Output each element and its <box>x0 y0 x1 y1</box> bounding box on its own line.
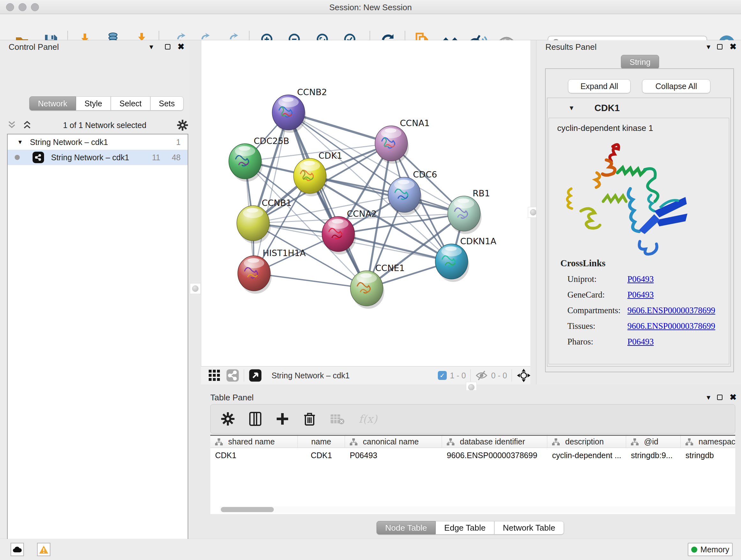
column-header-database-identifier[interactable]: database identifier <box>442 436 547 448</box>
horizontal-splitter[interactable] <box>201 384 741 390</box>
table-panel-float-icon[interactable] <box>717 395 723 400</box>
network-row[interactable]: String Network – cdk1 11 48 <box>8 150 188 165</box>
control-panel-close-icon[interactable]: ✖ <box>178 44 185 50</box>
network-selection-status: 1 of 1 Network selected <box>32 121 177 130</box>
column-header-canonical-name[interactable]: canonical name <box>345 436 442 448</box>
tab-select[interactable]: Select <box>111 97 150 111</box>
crosslinks-block: CrossLinks Uniprot:P06493GeneCard:P06493… <box>560 258 715 347</box>
show-columns-icon[interactable] <box>249 412 262 426</box>
hidden-count: 0 - 0 <box>491 371 507 380</box>
column-type-icon <box>447 438 455 446</box>
network-collection-row[interactable]: ▼ String Network – cdk1 1 <box>8 134 188 150</box>
results-panel-title: Results Panel <box>545 42 596 52</box>
node-CDKN1A[interactable] <box>435 244 469 282</box>
cloud-status-button[interactable] <box>10 543 24 556</box>
network-collection-count: 1 <box>176 138 181 147</box>
table-toolbar: f(x) <box>210 404 735 434</box>
main-toolbar: ? <box>0 14 741 40</box>
node-label-CCNE1: CCNE1 <box>375 263 405 273</box>
tab-edge-table[interactable]: Edge Table <box>435 521 494 535</box>
column-header-@id[interactable]: @id <box>626 436 681 448</box>
control-panel-menu-icon[interactable]: ▼ <box>148 44 154 51</box>
network-list: ▼ String Network – cdk1 1 String Network… <box>7 134 188 560</box>
warnings-button[interactable] <box>37 543 51 556</box>
column-header-description[interactable]: description <box>547 436 626 448</box>
tab-node-table[interactable]: Node Table <box>377 521 435 535</box>
crosslink-link[interactable]: P06493 <box>627 290 654 300</box>
left-splitter[interactable] <box>190 40 201 388</box>
cell-description[interactable]: cyclin-dependent ... <box>547 451 626 460</box>
tab-network-table[interactable]: Network Table <box>494 521 564 535</box>
add-column-icon[interactable] <box>276 412 289 426</box>
grid-view-icon[interactable] <box>208 369 221 382</box>
collapse-all-button[interactable]: Collapse All <box>642 79 711 93</box>
expand-all-icon[interactable] <box>22 120 32 130</box>
crosslink-label: Uniprot: <box>567 274 627 284</box>
tree-expand-icon[interactable]: ▼ <box>17 139 23 145</box>
section-collapse-icon[interactable]: ▼ <box>568 105 575 112</box>
table-hscrollbar[interactable] <box>219 506 735 513</box>
protein-structure-image <box>558 134 692 265</box>
table-hscrollbar-thumb[interactable] <box>221 507 274 512</box>
table-panel-menu-icon[interactable]: ▼ <box>705 394 712 401</box>
tab-style[interactable]: Style <box>76 97 111 111</box>
table-header-row: shared namenamecanonical namedatabase id… <box>210 436 735 448</box>
delete-column-icon[interactable] <box>303 412 316 426</box>
results-panel-close-icon[interactable]: ✖ <box>730 44 737 50</box>
crosslink-link[interactable]: 9606.ENSP00000378699 <box>627 306 715 315</box>
table-panel-close-icon[interactable]: ✖ <box>730 394 737 400</box>
cell-name[interactable]: CDK1 <box>298 451 345 460</box>
function-builder-icon: f(x) <box>359 413 377 425</box>
node-CCNA2[interactable] <box>322 216 356 254</box>
table-options-gear-icon[interactable] <box>221 412 235 426</box>
control-panel: Control Panel ▼ ✖ NetworkStyleSelectSets… <box>0 40 190 539</box>
network-share-icon[interactable] <box>226 369 239 382</box>
table-panel: Table Panel ▼ ✖ <box>201 390 741 539</box>
selected-nodes-checkbox[interactable]: ✓ <box>438 371 447 380</box>
cell-@id[interactable]: stringdb:9... <box>626 451 681 460</box>
node-HIST1H1A[interactable] <box>238 256 272 294</box>
crosslink-row: Uniprot:P06493 <box>560 274 715 284</box>
crosslink-link[interactable]: 9606.ENSP00000378699 <box>627 321 715 331</box>
string-results-container: Expand All Collapse All ▼ CDK1 cyclin-de… <box>545 68 734 372</box>
fit-content-crosshair-icon[interactable] <box>516 368 531 383</box>
right-splitter[interactable] <box>530 40 536 388</box>
results-panel-float-icon[interactable] <box>717 44 723 50</box>
cell-namespace[interactable]: stringdb <box>681 451 735 460</box>
crosslink-link[interactable]: P06493 <box>627 337 654 347</box>
window-title: Session: New Session <box>0 3 741 12</box>
crosslink-row: Pharos:P06493 <box>560 337 715 347</box>
expand-all-button[interactable]: Expand All <box>568 79 630 93</box>
node-CDC6[interactable] <box>388 177 422 215</box>
crosslink-link[interactable]: P06493 <box>627 274 654 284</box>
memory-button[interactable]: Memory <box>688 543 733 556</box>
column-header-shared-name[interactable]: shared name <box>210 436 298 448</box>
results-panel-menu-icon[interactable]: ▼ <box>705 44 712 51</box>
birds-eye-view-icon[interactable] <box>249 369 262 382</box>
tab-network[interactable]: Network <box>29 97 76 111</box>
control-panel-float-icon[interactable] <box>165 44 171 50</box>
cell-canonical-name[interactable]: P06493 <box>345 451 442 460</box>
protein-section-header[interactable]: ▼ CDK1 <box>547 98 731 118</box>
column-header-name[interactable]: name <box>298 436 345 448</box>
column-header-namespace[interactable]: namespace <box>681 436 735 448</box>
network-edge-count: 48 <box>172 153 181 162</box>
node-CCNA1[interactable] <box>375 126 409 164</box>
node-label-CCNB1: CCNB1 <box>262 198 292 208</box>
column-type-icon <box>685 438 693 446</box>
network-options-gear-icon[interactable] <box>177 119 188 131</box>
results-panel: Results Panel ▼ ✖ String Expand All Coll… <box>536 40 741 384</box>
cell-database-identifier[interactable]: 9606.ENSP00000378699 <box>442 451 547 460</box>
cell-shared-name[interactable]: CDK1 <box>210 451 298 460</box>
tab-sets[interactable]: Sets <box>150 97 184 111</box>
node-CCNE1[interactable] <box>350 271 384 309</box>
node-RB1[interactable] <box>448 196 482 234</box>
node-CDC25B[interactable] <box>229 144 263 182</box>
collapse-all-icon[interactable] <box>6 120 17 130</box>
hidden-items-eye-icon <box>475 370 488 381</box>
node-CCNB2[interactable] <box>272 95 306 133</box>
table-row[interactable]: CDK1CDK1P064939606.ENSP00000378699cyclin… <box>210 448 735 462</box>
node-CDK1[interactable] <box>293 159 327 196</box>
tab-string[interactable]: String <box>621 55 659 69</box>
network-canvas[interactable]: CCNB2CCNA1CDC25BCDK1CDC6RB1CCNB1CCNA2CDK… <box>201 40 530 366</box>
